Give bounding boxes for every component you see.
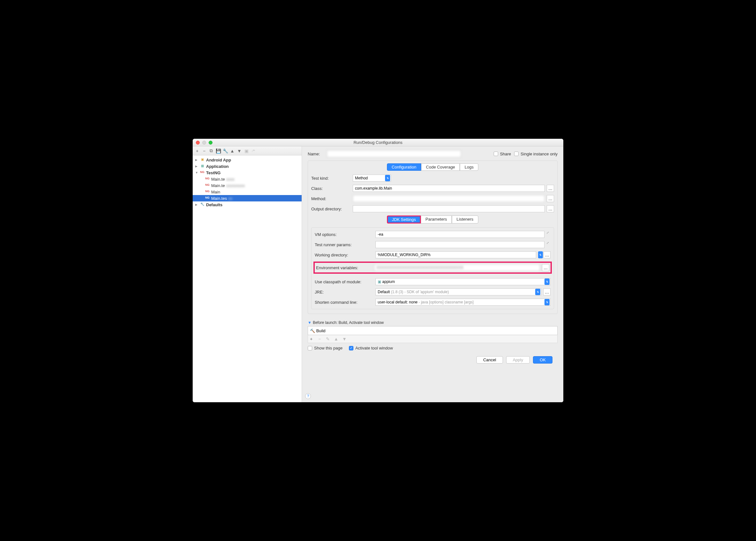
main-panel: Name: Share Single instance only Configu… <box>302 147 563 402</box>
remove-icon[interactable]: − <box>202 148 207 154</box>
browse-button[interactable]: … <box>544 251 551 259</box>
chevron-down-icon: ⇅ <box>545 299 550 305</box>
chevron-down-icon[interactable]: ⇅ <box>538 251 543 259</box>
tab-jdk-settings[interactable]: JDK Settings <box>387 216 420 224</box>
name-input[interactable] <box>327 150 461 157</box>
sort-icon[interactable]: ↓ªᶻ <box>251 148 256 154</box>
test-kind-select[interactable]: Method⇅ <box>353 175 391 182</box>
jre-label: JRE: <box>315 290 376 294</box>
tree-item[interactable]: NGMain <box>193 189 302 195</box>
browse-button[interactable]: … <box>547 185 554 192</box>
method-input[interactable] <box>353 195 545 202</box>
share-checkbox[interactable]: Share <box>494 152 511 156</box>
chevron-down-icon: ⇅ <box>545 278 550 285</box>
ok-button[interactable]: OK <box>533 356 553 363</box>
save-icon[interactable]: 💾 <box>216 148 221 154</box>
before-launch-label: Before launch: Build, Activate tool wind… <box>313 320 384 325</box>
tree-item[interactable]: NGMain.texxxx <box>193 176 302 182</box>
before-launch-section: ▼Before launch: Build, Activate tool win… <box>308 320 558 350</box>
add-icon[interactable]: + <box>309 336 314 341</box>
edit-icon[interactable]: ✎ <box>325 336 330 341</box>
browse-button[interactable]: … <box>542 264 549 271</box>
class-label: Class: <box>311 186 353 191</box>
classpath-label: Use classpath of module: <box>315 279 376 284</box>
testng-icon: NG <box>205 177 210 181</box>
browse-button[interactable]: … <box>547 205 554 212</box>
window-title: Run/Debug Configurations <box>193 140 563 145</box>
classpath-select[interactable]: ▣ appium⇅ <box>376 278 551 285</box>
working-dir-input[interactable] <box>376 251 536 259</box>
test-kind-label: Test kind: <box>311 176 353 181</box>
test-runner-input[interactable] <box>376 241 545 248</box>
show-page-checkbox[interactable]: Show this page <box>308 346 343 350</box>
tab-code-coverage[interactable]: Code Coverage <box>421 163 460 171</box>
testng-icon: NG <box>200 171 205 175</box>
name-label: Name: <box>308 152 324 156</box>
down-icon[interactable]: ▼ <box>237 148 242 154</box>
jre-select[interactable]: Default (1.8 (3) - SDK of 'appium' modul… <box>376 288 541 295</box>
before-launch-list[interactable]: 🔨 Build <box>308 326 558 335</box>
browse-button[interactable]: … <box>547 195 554 202</box>
testng-icon: NG <box>205 183 210 188</box>
tree-item-selected[interactable]: NGMain.tesxx <box>193 195 302 202</box>
down-icon[interactable]: ▼ <box>342 336 347 341</box>
output-dir-label: Output directory: <box>311 207 353 211</box>
apply-button: Apply <box>506 356 530 363</box>
tree-node-application[interactable]: ▶▦Application <box>193 163 302 170</box>
folder-icon[interactable]: ▣ <box>244 148 249 154</box>
chevron-down-icon: ⇅ <box>385 175 390 181</box>
application-icon: ▦ <box>200 164 205 169</box>
remove-icon[interactable]: − <box>317 336 322 341</box>
env-vars-label: Environment variables: <box>316 266 374 270</box>
sidebar-toolbar: + − ⧉ 💾 🔧 ▲ ▼ ▣ ↓ªᶻ <box>193 147 302 155</box>
test-runner-label: Test runner params: <box>315 243 376 247</box>
activate-window-checkbox[interactable]: ✓Activate tool window <box>349 346 393 350</box>
working-dir-label: Working directory: <box>315 253 376 258</box>
up-icon[interactable]: ▲ <box>334 336 339 341</box>
class-input[interactable] <box>353 185 545 192</box>
tab-configuration[interactable]: Configuration <box>387 163 421 171</box>
vm-options-input[interactable] <box>376 231 545 238</box>
android-icon: ▣ <box>200 158 205 162</box>
single-instance-checkbox[interactable]: Single instance only <box>514 152 558 156</box>
tab-logs[interactable]: Logs <box>460 163 478 171</box>
cancel-button[interactable]: Cancel <box>476 356 503 363</box>
dialog-window: Run/Debug Configurations + − ⧉ 💾 🔧 ▲ ▼ ▣… <box>193 139 563 402</box>
browse-button[interactable]: … <box>543 288 551 295</box>
sidebar: + − ⧉ 💾 🔧 ▲ ▼ ▣ ↓ªᶻ ▶▣Android App ▶▦Appl… <box>193 147 302 402</box>
tree-node-testng[interactable]: ▼NGTestNG <box>193 170 302 176</box>
expand-icon[interactable]: ⤢ <box>546 231 551 238</box>
config-tree[interactable]: ▶▣Android App ▶▦Application ▼NGTestNG NG… <box>193 155 302 402</box>
env-vars-input[interactable] <box>374 264 540 271</box>
tree-node-android[interactable]: ▶▣Android App <box>193 157 302 163</box>
tab-listeners[interactable]: Listeners <box>452 216 478 224</box>
defaults-icon: 🔧 <box>200 203 205 207</box>
wrench-icon[interactable]: 🔧 <box>223 148 228 154</box>
help-icon[interactable]: ? <box>305 393 311 399</box>
collapse-icon[interactable]: ▼ <box>308 320 312 325</box>
add-icon[interactable]: + <box>195 148 200 154</box>
config-panel: Configuration Code Coverage Logs Test ki… <box>308 161 558 314</box>
chevron-down-icon: ⇅ <box>535 289 540 295</box>
shorten-select[interactable]: user-local default: none - java [options… <box>376 298 551 306</box>
tree-node-defaults[interactable]: ▶🔧Defaults <box>193 202 302 208</box>
hammer-icon: 🔨 <box>310 328 315 333</box>
jdk-panel: VM options: ⤢ Test runner params: ⤢ Work… <box>311 227 554 309</box>
testng-icon: NG <box>205 196 210 201</box>
copy-icon[interactable]: ⧉ <box>209 148 214 154</box>
up-icon[interactable]: ▲ <box>230 148 235 154</box>
tab-parameters[interactable]: Parameters <box>421 216 452 224</box>
shorten-label: Shorten command line: <box>315 300 376 305</box>
tree-item[interactable]: NGMain.texxxxxxxxx <box>193 182 302 189</box>
testng-icon: NG <box>205 190 210 194</box>
output-dir-input[interactable] <box>353 205 545 212</box>
method-label: Method: <box>311 196 353 201</box>
expand-icon[interactable]: ⤢ <box>546 241 551 248</box>
vm-options-label: VM options: <box>315 232 376 237</box>
titlebar: Run/Debug Configurations <box>193 139 563 147</box>
